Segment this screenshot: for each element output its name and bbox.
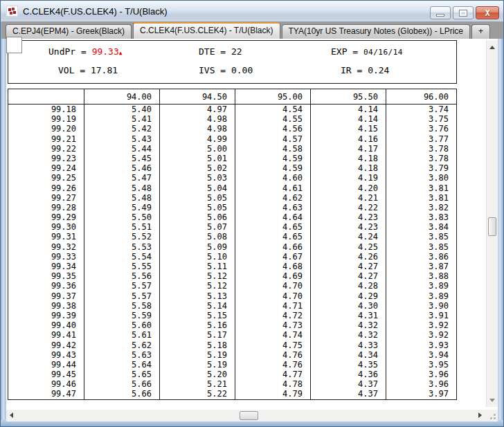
price-table: 94.0094.5095.0095.5096.0099.185.404.974.… <box>8 89 457 400</box>
vertical-scrollbar[interactable] <box>486 40 498 407</box>
price-cell: 99.32 <box>8 242 84 252</box>
horizontal-scroll-thumb[interactable] <box>240 411 258 420</box>
price-cell: 4.99 <box>160 134 235 144</box>
price-cell: 4.55 <box>235 114 311 124</box>
price-cell: 4.14 <box>311 105 386 114</box>
price-cell: 5.16 <box>160 320 235 330</box>
price-cell: 3.90 <box>386 301 456 311</box>
price-cell: 3.81 <box>386 183 456 193</box>
strike-header-cell <box>8 89 84 105</box>
price-cell: 4.30 <box>311 301 386 311</box>
price-cell: 4.23 <box>311 222 386 232</box>
maximize-button[interactable] <box>453 6 474 19</box>
resize-grip[interactable] <box>486 410 498 421</box>
price-cell: 5.21 <box>160 379 235 389</box>
price-cell: 4.74 <box>235 330 311 340</box>
price-cell: 99.40 <box>8 320 84 330</box>
price-cell: 5.66 <box>84 379 160 389</box>
price-cell: 4.32 <box>311 330 386 340</box>
price-cell: 4.16 <box>311 134 386 144</box>
price-cell: 4.27 <box>311 262 386 271</box>
arrow-right-icon <box>478 412 482 418</box>
price-cell: 5.48 <box>84 193 160 203</box>
price-cell: 5.05 <box>160 203 235 212</box>
tab-tya-lprice[interactable]: TYA(10yr US Treasury Notes (Globex)) - L… <box>282 24 471 39</box>
price-cell: 99.26 <box>8 183 84 193</box>
volatility: VOL = 17.81 <box>58 65 118 75</box>
price-cell: 4.31 <box>311 311 386 320</box>
price-cell: 4.70 <box>235 291 311 301</box>
price-cell: 4.34 <box>311 350 386 360</box>
price-cell: 5.49 <box>84 203 160 212</box>
price-cell: 4.98 <box>160 114 235 124</box>
vertical-scroll-thumb[interactable] <box>488 217 496 236</box>
price-cell: 5.57 <box>84 291 160 301</box>
price-cell: 5.54 <box>84 252 160 262</box>
price-cell: 4.33 <box>311 340 386 350</box>
price-cell: 99.46 <box>8 379 84 389</box>
price-cell: 5.12 <box>160 281 235 291</box>
price-cell: 4.25 <box>311 242 386 252</box>
strike-header-cell: 94.50 <box>160 89 235 105</box>
scroll-left-button[interactable] <box>6 410 18 421</box>
scroll-down-button[interactable] <box>487 394 498 406</box>
price-cell: 3.94 <box>386 350 456 360</box>
price-cell: 99.28 <box>8 203 84 212</box>
price-cell: 99.36 <box>8 281 84 291</box>
horizontal-scrollbar[interactable] <box>6 410 498 421</box>
price-cell: 3.86 <box>386 252 456 262</box>
price-cell: 4.68 <box>235 262 311 271</box>
price-cell: 99.20 <box>8 124 84 134</box>
add-tab-button[interactable]: + <box>471 24 490 39</box>
price-cell: 4.27 <box>311 271 386 281</box>
scroll-up-button[interactable] <box>487 42 498 53</box>
price-cell: 3.78 <box>386 154 456 163</box>
price-cell: 3.85 <box>386 232 456 242</box>
price-cell: 5.40 <box>84 105 160 114</box>
price-cell: 4.98 <box>160 124 235 134</box>
price-cell: 4.70 <box>235 281 311 291</box>
price-cell: 99.21 <box>8 134 84 144</box>
price-cell: 5.53 <box>84 242 160 252</box>
price-cell: 5.57 <box>84 281 160 291</box>
price-cell: 3.81 <box>386 193 456 203</box>
price-cell: 3.75 <box>386 114 456 124</box>
price-cell: 5.00 <box>160 144 235 154</box>
tab-tu-black-active[interactable]: C.CLEK4(F.US.CLEK4) - T/U(Black) <box>133 22 280 39</box>
price-cell: 5.42 <box>84 124 160 134</box>
tab-greek[interactable]: C.EPJ4(EPM4) - Greek(Black) <box>6 24 132 39</box>
price-cell: 4.59 <box>235 163 311 173</box>
price-cell: 4.79 <box>235 389 311 399</box>
price-cell: 5.04 <box>160 183 235 193</box>
price-cell: 99.19 <box>8 114 84 124</box>
scroll-right-button[interactable] <box>474 410 486 421</box>
price-cell: 99.22 <box>8 144 84 154</box>
price-cell: 3.79 <box>386 163 456 173</box>
price-cell: 4.65 <box>235 222 311 232</box>
undpr-label: UndPr = <box>48 46 92 57</box>
price-cell: 5.45 <box>84 154 160 163</box>
params-panel: UndPr = 99.33▲ DTE = 22 EXP = 04/16/14 V… <box>8 40 457 84</box>
price-cell: 3.92 <box>386 320 456 330</box>
price-cell: 4.77 <box>235 370 311 379</box>
price-cell: 5.10 <box>160 252 235 262</box>
price-cell: 4.63 <box>235 203 311 212</box>
price-cell: 4.97 <box>160 105 235 114</box>
price-cell: 5.12 <box>160 271 235 281</box>
titlebar[interactable]: C.CLEK4(F.US.CLEK4) - T/U(Black) X <box>1 1 503 21</box>
price-cell: 3.77 <box>386 134 456 144</box>
corner-box <box>6 37 22 53</box>
window-border-left <box>1 21 6 426</box>
price-cell: 4.24 <box>311 232 386 242</box>
price-cell: 5.05 <box>160 193 235 203</box>
price-cell: 4.56 <box>235 124 311 134</box>
minimize-button[interactable] <box>430 6 451 19</box>
close-button[interactable]: X <box>476 6 499 19</box>
price-cell: 99.37 <box>8 291 84 301</box>
price-cell: 3.87 <box>386 262 456 271</box>
price-cell: 3.78 <box>386 144 456 154</box>
price-cell: 99.47 <box>8 389 84 399</box>
price-cell: 5.51 <box>84 222 160 232</box>
price-cell: 4.65 <box>235 232 311 242</box>
price-cell: 4.32 <box>311 320 386 330</box>
